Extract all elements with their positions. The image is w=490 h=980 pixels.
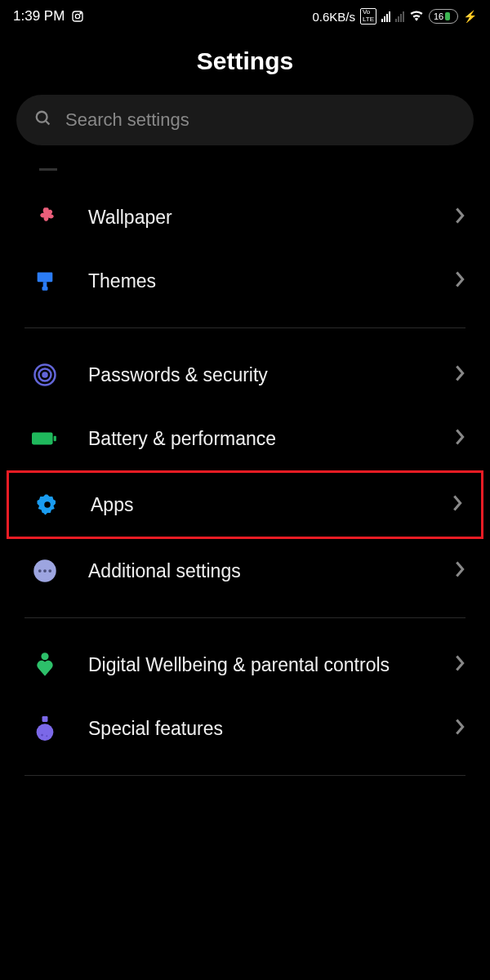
item-label: Wallpaper <box>88 207 425 229</box>
svg-rect-12 <box>54 436 56 441</box>
svg-point-17 <box>48 569 51 572</box>
settings-list: Wallpaper Themes Passwords & security Ba… <box>0 179 490 797</box>
battery-icon <box>31 425 59 452</box>
divider <box>24 327 466 328</box>
chevron-right-icon <box>454 560 466 581</box>
charging-icon: ⚡ <box>463 10 477 23</box>
status-right: 0.6KB/s VoLTE 16 ⚡ <box>312 8 477 24</box>
signal-icon <box>381 11 390 22</box>
fingerprint-icon <box>31 361 59 389</box>
item-label: Battery & performance <box>88 428 425 450</box>
brush-icon <box>31 267 59 295</box>
svg-rect-19 <box>42 716 48 722</box>
svg-point-2 <box>80 13 81 14</box>
chevron-right-icon <box>454 654 466 675</box>
partial-divider <box>39 168 57 171</box>
settings-item-passwords[interactable]: Passwords & security <box>0 343 490 407</box>
svg-point-13 <box>44 501 51 508</box>
settings-item-special[interactable]: Special features <box>0 697 490 760</box>
flower-icon <box>31 203 59 231</box>
svg-point-15 <box>38 569 42 572</box>
heart-icon <box>31 651 59 679</box>
more-icon <box>31 557 59 585</box>
item-label: Apps <box>91 494 422 516</box>
status-bar: 1:39 PM 0.6KB/s VoLTE 16 ⚡ <box>0 0 490 29</box>
search-placeholder: Search settings <box>65 109 189 131</box>
settings-item-wallpaper[interactable]: Wallpaper <box>0 185 490 249</box>
flask-icon <box>31 715 59 742</box>
svg-rect-6 <box>43 282 47 287</box>
instagram-icon <box>71 10 84 23</box>
divider <box>24 775 466 776</box>
item-label: Additional settings <box>88 560 425 582</box>
svg-rect-5 <box>38 273 53 283</box>
settings-item-battery[interactable]: Battery & performance <box>0 407 490 470</box>
svg-rect-7 <box>42 287 48 291</box>
svg-point-1 <box>76 14 80 18</box>
data-rate: 0.6KB/s <box>312 10 355 24</box>
wifi-icon <box>409 10 424 24</box>
search-icon <box>34 109 52 131</box>
status-left: 1:39 PM <box>13 8 84 24</box>
chevron-right-icon <box>454 270 466 292</box>
chevron-right-icon <box>454 207 466 228</box>
chevron-right-icon <box>454 718 466 739</box>
chevron-right-icon <box>454 428 466 449</box>
svg-point-3 <box>37 112 47 122</box>
search-input[interactable]: Search settings <box>16 95 474 145</box>
item-label: Themes <box>88 270 425 292</box>
svg-line-4 <box>46 121 50 125</box>
item-label: Passwords & security <box>88 364 425 386</box>
svg-point-21 <box>41 734 43 737</box>
battery-icon: 16 <box>429 9 458 24</box>
gear-icon <box>33 491 61 519</box>
divider <box>24 617 466 618</box>
status-time: 1:39 PM <box>13 8 65 24</box>
svg-rect-11 <box>32 433 53 445</box>
item-label: Special features <box>88 718 425 740</box>
chevron-right-icon <box>454 364 466 385</box>
svg-point-16 <box>43 569 47 572</box>
settings-item-additional[interactable]: Additional settings <box>0 539 490 603</box>
svg-point-20 <box>37 724 54 741</box>
volte-badge: VoLTE <box>360 8 376 24</box>
page-title: Settings <box>0 29 490 95</box>
signal-icon-2 <box>395 11 404 22</box>
settings-item-themes[interactable]: Themes <box>0 249 490 313</box>
settings-item-apps[interactable]: Apps <box>7 470 483 539</box>
settings-item-wellbeing[interactable]: Digital Wellbeing & parental controls <box>0 633 490 697</box>
chevron-right-icon <box>452 494 463 515</box>
svg-point-22 <box>46 735 47 737</box>
svg-point-10 <box>43 373 47 377</box>
item-label: Digital Wellbeing & parental controls <box>88 654 425 676</box>
svg-point-18 <box>41 653 48 660</box>
